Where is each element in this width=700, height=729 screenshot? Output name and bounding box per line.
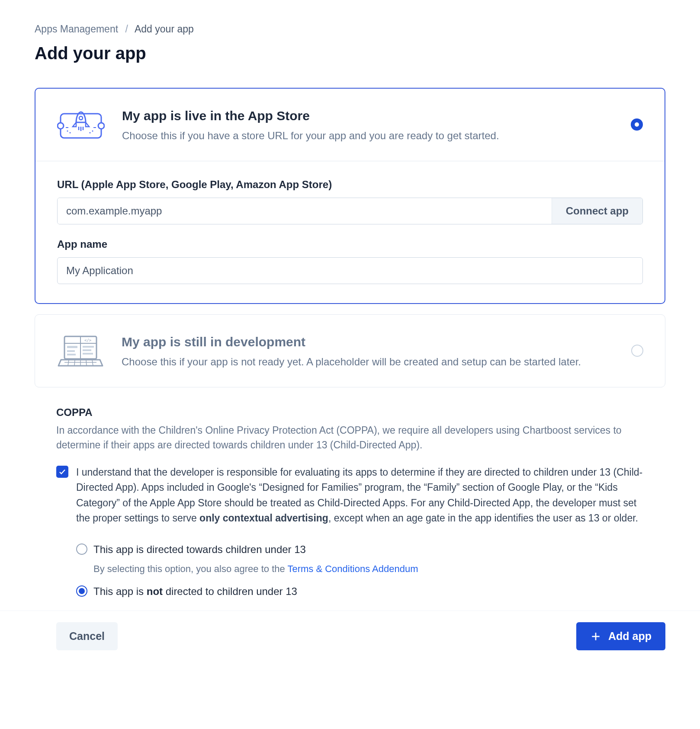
svg-point-4 (67, 130, 68, 131)
option-dev-title: My app is still in development (122, 332, 609, 352)
footer-bar: Cancel Add app (0, 611, 700, 666)
option-dev-card[interactable]: </> My app is still in development Choos… (35, 314, 665, 387)
svg-point-7 (90, 132, 91, 133)
option-dev-description: Choose this if your app is not ready yet… (122, 354, 609, 370)
svg-rect-16 (83, 346, 94, 348)
laptop-code-icon: </> (57, 334, 104, 368)
option-live-radio[interactable] (631, 118, 643, 131)
app-name-label: App name (57, 237, 643, 252)
plus-icon (590, 631, 601, 642)
cancel-button[interactable]: Cancel (56, 622, 118, 650)
check-icon (58, 468, 66, 476)
add-app-button[interactable]: Add app (576, 622, 665, 650)
connect-app-button[interactable]: Connect app (552, 198, 642, 224)
svg-point-1 (58, 123, 64, 129)
breadcrumb-current: Add your app (135, 23, 194, 35)
svg-point-3 (79, 116, 83, 120)
coppa-heading: COPPA (56, 405, 644, 420)
url-label: URL (Apple App Store, Google Play, Amazo… (57, 177, 643, 192)
coppa-intro: In accordance with the Children's Online… (56, 423, 644, 453)
coppa-not-directed-radio[interactable] (76, 585, 87, 597)
app-name-input[interactable] (57, 257, 643, 284)
breadcrumb-parent[interactable]: Apps Management (35, 23, 118, 35)
page-title: Add your app (35, 40, 665, 66)
svg-rect-14 (67, 350, 75, 352)
breadcrumb-separator: / (125, 23, 128, 35)
option-dev-radio[interactable] (631, 345, 643, 357)
coppa-directed-label: This app is directed towards children un… (93, 542, 306, 557)
svg-point-6 (92, 130, 93, 131)
svg-line-24 (86, 360, 87, 366)
url-input[interactable] (58, 198, 552, 224)
svg-text:</>: </> (84, 338, 92, 342)
svg-rect-13 (67, 346, 77, 348)
coppa-section: COPPA In accordance with the Children's … (35, 405, 665, 600)
svg-rect-18 (83, 353, 93, 355)
breadcrumb: Apps Management / Add your app (35, 22, 665, 37)
svg-rect-15 (67, 354, 76, 355)
option-live-card[interactable]: My app is live in the App Store Choose t… (35, 88, 665, 304)
rocket-ticket-icon (57, 108, 105, 142)
svg-point-2 (98, 123, 104, 129)
svg-rect-17 (83, 349, 91, 351)
coppa-ack-text: I understand that the developer is respo… (76, 465, 644, 527)
coppa-ack-checkbox[interactable] (56, 466, 68, 478)
terms-addendum-link[interactable]: Terms & Conditions Addendum (287, 563, 418, 574)
svg-point-5 (70, 132, 71, 133)
svg-rect-0 (61, 114, 101, 138)
option-live-description: Choose this if you have a store URL for … (122, 128, 608, 144)
option-live-title: My app is live in the App Store (122, 106, 608, 125)
svg-line-21 (68, 360, 69, 366)
coppa-not-directed-label: This app is not directed to children und… (93, 584, 297, 599)
coppa-directed-subtext: By selecting this option, you also agree… (93, 562, 644, 576)
coppa-directed-radio[interactable] (76, 544, 87, 555)
add-app-label: Add app (608, 630, 652, 643)
svg-line-25 (92, 360, 93, 366)
svg-line-22 (74, 360, 75, 366)
